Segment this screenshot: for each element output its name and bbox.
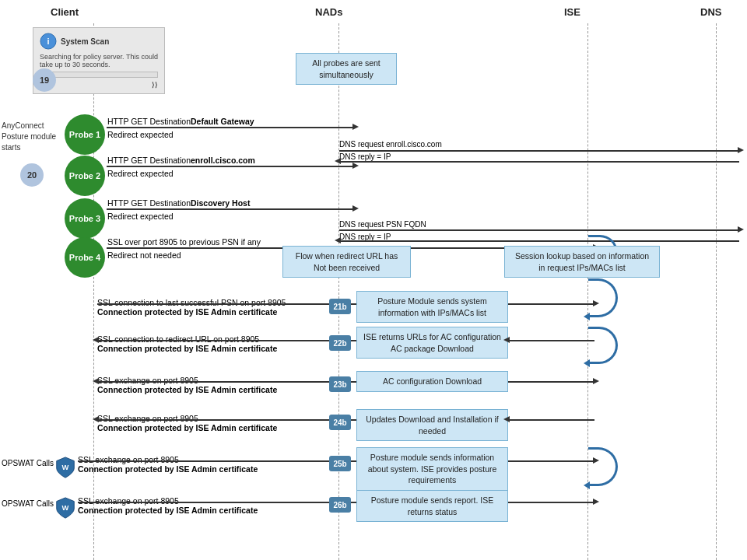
all-probes-box: All probes are sent simultaneously — [296, 53, 397, 85]
dns-req2: DNS request PSN FQDN — [339, 220, 426, 229]
nads-vline — [338, 23, 339, 560]
step22b-curved — [588, 327, 618, 364]
step25b-label1: SSL exchange on port 8905 — [78, 455, 179, 464]
ise-header: ISE — [564, 6, 580, 18]
dns-req2-arrow — [339, 229, 739, 231]
step22b-ise-arrow — [508, 340, 594, 341]
shield-icon-26b: W — [54, 496, 76, 520]
step21b-label2: Connection protected by ISE Admin certif… — [97, 307, 277, 317]
step22b-label2: Connection protected by ISE Admin certif… — [97, 344, 277, 353]
dns-header: DNS — [700, 6, 721, 18]
probe3-sublabel: Redirect expected — [107, 212, 174, 221]
probe1-sublabel: Redirect expected — [107, 130, 174, 139]
opswat-label-25b: OPSWAT Calls — [2, 459, 54, 467]
dns-req1-arrow — [339, 150, 739, 152]
dns-rep1: DNS reply = IP — [339, 152, 391, 161]
step22b-box: ISE returns URLs for AC configuration AC… — [356, 327, 508, 359]
svg-text:W: W — [62, 464, 69, 471]
step25b-curved — [588, 447, 618, 486]
step23b-ise-arrow — [508, 381, 594, 383]
probe-4-circle: Probe 4 — [65, 237, 105, 278]
dns-rep1-arrow — [339, 161, 739, 163]
probe1-label: HTTP GET DestinationDefault Gateway — [107, 117, 254, 126]
step23b-box: AC configuration Download — [356, 371, 508, 392]
nads-header: NADs — [315, 6, 342, 18]
step26b-ise-arrow — [508, 502, 594, 503]
probe2-label: HTTP GET Destinationenroll.cisco.com — [107, 156, 255, 165]
step23b-label2: Connection protected by ISE Admin certif… — [97, 385, 277, 394]
number-19: 19 — [33, 68, 56, 92]
session-curved-arrow — [588, 278, 618, 317]
step21b-box: Posture Module sends system information … — [356, 291, 508, 323]
client-header: Client — [51, 6, 79, 18]
shield-icon-25b: W — [54, 456, 76, 479]
step23b-badge: 23b — [329, 376, 351, 392]
step25b-box: Posture module sends information about s… — [356, 447, 508, 491]
probe2-arrow — [107, 166, 354, 167]
probe-1-circle: Probe 1 — [65, 114, 105, 155]
probe-2-circle: Probe 2 — [65, 156, 105, 196]
svg-text:i: i — [47, 37, 49, 46]
step26b-label2: Connection protected by ISE Admin certif… — [78, 506, 258, 515]
scan-subtitle: Searching for policy server. This could … — [40, 53, 158, 68]
step24b-label2: Connection protected by ISE Admin certif… — [97, 423, 277, 432]
scan-icon: i — [40, 33, 57, 50]
step24b-label1: SSL exchange on port 8905 — [97, 414, 198, 423]
step22b-badge: 22b — [329, 335, 351, 351]
session-lookup-box: Session lookup based on information in r… — [504, 246, 660, 278]
probe2-sublabel: Redirect expected — [107, 169, 174, 178]
step21b-label1: SSL connection to last successful PSN on… — [97, 298, 286, 307]
svg-text:W: W — [62, 504, 69, 512]
step26b-box: Posture module sends report. ISE returns… — [356, 490, 508, 522]
step25b-ise-arrow — [508, 460, 594, 462]
step25b-badge: 25b — [329, 456, 351, 471]
opswat-label-26b: OPSWAT Calls — [2, 499, 54, 508]
step25b-label2: Connection protected by ISE Admin certif… — [78, 464, 258, 474]
flow-box: Flow when redirect URL has Not been rece… — [282, 246, 411, 278]
step23b-label1: SSL exchange on port 8905 — [97, 376, 198, 385]
probe-3-circle: Probe 3 — [65, 198, 105, 239]
scan-bar — [40, 72, 158, 78]
probe3-arrow — [107, 208, 354, 210]
scan-title: System Scan — [61, 37, 109, 46]
step26b-label1: SSL exchange on port 8905 — [78, 496, 179, 506]
diagram: Client NADs ISE DNS i System Scan Search… — [0, 0, 747, 560]
dns-vline — [716, 23, 717, 560]
probe4-sublabel: Redirect not needed — [107, 250, 181, 260]
probe3-label: HTTP GET DestinationDiscovery Host — [107, 198, 250, 208]
number-20: 20 — [20, 163, 44, 187]
probe1-arrow — [107, 127, 354, 128]
step21b-badge: 21b — [329, 299, 351, 314]
step26b-badge: 26b — [329, 497, 351, 513]
client-vline — [93, 23, 94, 560]
step22b-label1: SSL connection to redirect URL on port 8… — [97, 334, 259, 344]
anyconnect-label: AnyConnectPosture modulestarts — [2, 121, 64, 153]
step21b-ise-arrow — [508, 303, 594, 305]
step24b-badge: 24b — [329, 415, 351, 430]
dns-req1: DNS request enroll.cisco.com — [339, 140, 442, 149]
step24b-box: Updates Download and Installation if nee… — [356, 409, 508, 441]
dns-rep2-arrow — [339, 240, 739, 242]
probe4-label: SSL over port 8905 to previous PSN if an… — [107, 237, 261, 247]
step24b-ise-arrow — [508, 419, 594, 421]
